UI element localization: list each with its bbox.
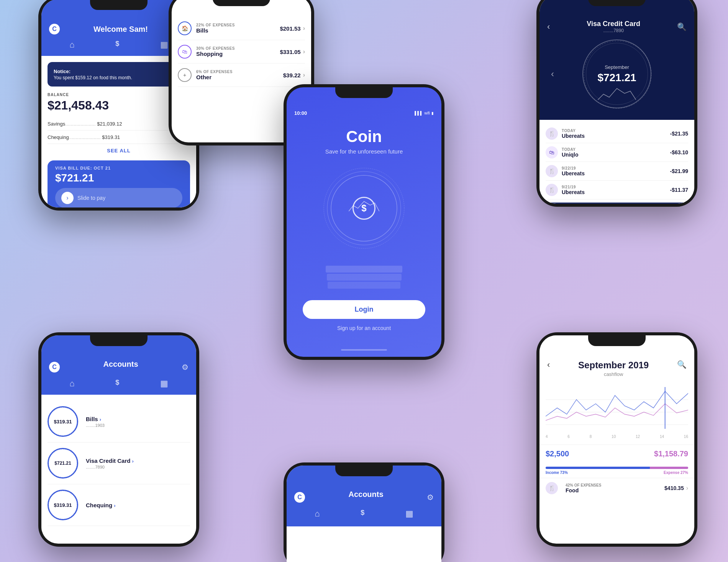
label-8: 8 bbox=[590, 435, 592, 439]
app-subtitle: Save for the unforeseen future bbox=[325, 148, 403, 155]
trans-icon-2: 🛍 bbox=[546, 146, 558, 158]
login-time: 10:00 bbox=[294, 110, 307, 116]
coin-mountain-svg bbox=[349, 200, 379, 211]
mountain-svg bbox=[598, 87, 636, 100]
prev-card-icon[interactable]: ‹ bbox=[551, 69, 554, 79]
phone-cashflow: ‹ September 2019 cashflow 🔍 bbox=[536, 332, 697, 547]
cashflow-search-icon[interactable]: 🔍 bbox=[677, 360, 687, 369]
accounts-2-settings-icon[interactable]: ⚙ bbox=[427, 493, 434, 502]
trans-info-2: TODAY Uniqlo bbox=[562, 147, 670, 158]
accounts-header-top: C Accounts ⚙ bbox=[49, 360, 189, 374]
slide-text: Slide to pay bbox=[77, 195, 105, 201]
signup-link[interactable]: Sign up for an account bbox=[337, 325, 391, 331]
sort-by-category-button[interactable]: Sort by Expense Category ≡ bbox=[546, 203, 688, 204]
accounts-2-nav-dollar[interactable]: $ bbox=[361, 509, 364, 519]
other-info: 6% OF EXPENSES Other bbox=[196, 70, 283, 80]
visa-bill-box: VISA BILL DUE: OCT 21 $721.21 › Slide to… bbox=[48, 160, 190, 207]
account-chequing-info: Chequing › bbox=[86, 502, 116, 508]
phone-accounts-2-screen: C Accounts ⚙ ⌂ $ ▦ bbox=[287, 466, 441, 562]
notice-label: Notice: bbox=[54, 69, 132, 74]
login-button[interactable]: Login bbox=[303, 300, 425, 319]
trans-amount-3: -$21.99 bbox=[670, 168, 688, 174]
app-logo: C bbox=[49, 24, 60, 34]
phone-notch-4 bbox=[335, 87, 393, 98]
account-chequing-row[interactable]: $319.31 Chequing › bbox=[48, 484, 190, 526]
phone-accounts-2: C Accounts ⚙ ⌂ $ ▦ bbox=[284, 462, 444, 562]
expense-other[interactable]: + 6% OF EXPENSES Other $39.22 › bbox=[178, 64, 305, 87]
visa-arrow: › bbox=[132, 458, 134, 464]
accounts-body: $319.31 Bills › ........1903 $721.21 Vis… bbox=[41, 395, 196, 532]
trans-ubereats-2[interactable]: 🍴 9/22/19 Ubereats -$21.99 bbox=[546, 162, 688, 181]
accounts-settings-icon[interactable]: ⚙ bbox=[182, 363, 189, 372]
cashflow-progress: Income 73% Expense 27% bbox=[539, 463, 694, 478]
bills-info: 22% OF EXPENSES Bills bbox=[196, 23, 280, 34]
expense-shopping[interactable]: 🛍 30% OF EXPENSES Shopping $331.05 › bbox=[178, 40, 305, 64]
account-bills-row[interactable]: $319.31 Bills › ........1903 bbox=[48, 401, 190, 443]
cashflow-back-icon[interactable]: ‹ bbox=[547, 360, 550, 370]
cashflow-nav: ‹ September 2019 cashflow 🔍 bbox=[547, 360, 687, 377]
nav-home-icon[interactable]: ⌂ bbox=[69, 40, 74, 50]
expense-pct-label: Expense 27% bbox=[664, 471, 688, 475]
app-title: Coin bbox=[346, 127, 382, 146]
phone-visa-screen: ‹ Visa Credit Card ........7890 🔍 Septem… bbox=[539, 0, 694, 204]
cashflow-stats: $2,500 $1,158.79 bbox=[539, 444, 694, 463]
trans-ubereats-3[interactable]: 🍴 9/21/19 Ubereats -$11.37 bbox=[546, 181, 688, 199]
see-all-button[interactable]: SEE ALL bbox=[48, 144, 190, 157]
battery-icon: ▮ bbox=[431, 111, 434, 115]
label-16: 16 bbox=[684, 435, 688, 439]
expense-bills[interactable]: 🏠 22% OF EXPENSES Bills $201.53 › bbox=[178, 17, 305, 40]
accounts-nav-home[interactable]: ⌂ bbox=[69, 379, 74, 389]
phone-notch bbox=[90, 0, 148, 10]
chequing-label: Chequing....................... $319.31 bbox=[48, 134, 120, 140]
nav-dollar-icon[interactable]: $ bbox=[115, 40, 119, 50]
accounts-2-nav-chart[interactable]: ▦ bbox=[405, 509, 413, 519]
notice-text: You spent $159.12 on food this month. bbox=[54, 75, 132, 80]
login-status-icons: ▌▌▌ wifi ▮ bbox=[415, 110, 434, 116]
accounts-2-nav-home[interactable]: ⌂ bbox=[315, 509, 320, 519]
chart-area: 4 6 8 10 12 14 16 bbox=[539, 383, 694, 444]
phone-login: 10:00 ▌▌▌ wifi ▮ Coin Save for the unfor… bbox=[284, 84, 444, 360]
food-pct: 42% OF EXPENSES bbox=[566, 483, 601, 487]
trans-ubereats-1[interactable]: 🍴 TODAY Ubereats -$21.35 bbox=[546, 124, 688, 143]
trans-info-1: TODAY Ubereats bbox=[562, 129, 670, 139]
account-bills-info: Bills › ........1903 bbox=[86, 416, 105, 428]
bills-icon: 🏠 bbox=[178, 21, 192, 35]
other-chevron: › bbox=[303, 72, 305, 78]
food-amount: $410.35 bbox=[664, 485, 684, 491]
phone-visa: ‹ Visa Credit Card ........7890 🔍 Septem… bbox=[536, 0, 697, 207]
label-6: 6 bbox=[567, 435, 570, 439]
cashflow-title-block: September 2019 cashflow bbox=[578, 360, 649, 377]
accounts-nav-chart[interactable]: ▦ bbox=[160, 379, 168, 389]
chequing-row[interactable]: Chequing....................... $319.31 … bbox=[48, 131, 190, 144]
trans-uniqlo[interactable]: 🛍 TODAY Uniqlo -$63.10 bbox=[546, 143, 688, 162]
account-visa-row[interactable]: $721.21 Visa Credit Card › ........7890 bbox=[48, 443, 190, 484]
progress-labels: Income 73% Expense 27% bbox=[546, 471, 688, 475]
shopping-info: 30% OF EXPENSES Shopping bbox=[196, 46, 280, 57]
trans-info-4: 9/21/19 Ubereats bbox=[562, 185, 670, 195]
food-icon: 🍴 bbox=[546, 482, 558, 494]
trans-icon-1: 🍴 bbox=[546, 127, 558, 140]
trans-icon-3: 🍴 bbox=[546, 165, 558, 177]
nav-bar: ⌂ $ ▦ bbox=[49, 40, 189, 50]
phone-accounts-screen: C Accounts ⚙ ⌂ $ ▦ $319.31 Bills › .....… bbox=[41, 335, 196, 544]
cashflow-title: September 2019 bbox=[578, 360, 649, 371]
visa-bill-amount: $721.21 bbox=[55, 172, 182, 184]
slide-to-pay-button[interactable]: › Slide to pay bbox=[55, 188, 182, 207]
transaction-list: 🍴 TODAY Ubereats -$21.35 🛍 TODAY Uniqlo … bbox=[539, 120, 694, 204]
trans-icon-4: 🍴 bbox=[546, 184, 558, 196]
cashflow-food-item[interactable]: 🍴 42% OF EXPENSES Food $410.35 › bbox=[539, 478, 694, 498]
visa-bill-label: VISA BILL DUE: OCT 21 bbox=[55, 166, 182, 170]
account-visa-info: Visa Credit Card › ........7890 bbox=[86, 457, 134, 469]
back-icon[interactable]: ‹ bbox=[547, 22, 550, 32]
card-nav: ‹ Visa Credit Card ........7890 🔍 bbox=[547, 20, 687, 33]
accounts-nav-dollar[interactable]: $ bbox=[115, 379, 119, 389]
phone-notch-6 bbox=[588, 335, 646, 346]
cashflow-subtitle: cashflow bbox=[578, 371, 649, 377]
accounts-nav: ⌂ $ ▦ bbox=[49, 379, 189, 389]
nav-chart-icon[interactable]: ▦ bbox=[160, 40, 168, 50]
app-logo-7: C bbox=[294, 492, 305, 503]
label-12: 12 bbox=[636, 435, 640, 439]
search-icon[interactable]: 🔍 bbox=[677, 22, 687, 31]
coin-disc-1 bbox=[326, 266, 402, 273]
phone-notch-3 bbox=[588, 0, 646, 6]
